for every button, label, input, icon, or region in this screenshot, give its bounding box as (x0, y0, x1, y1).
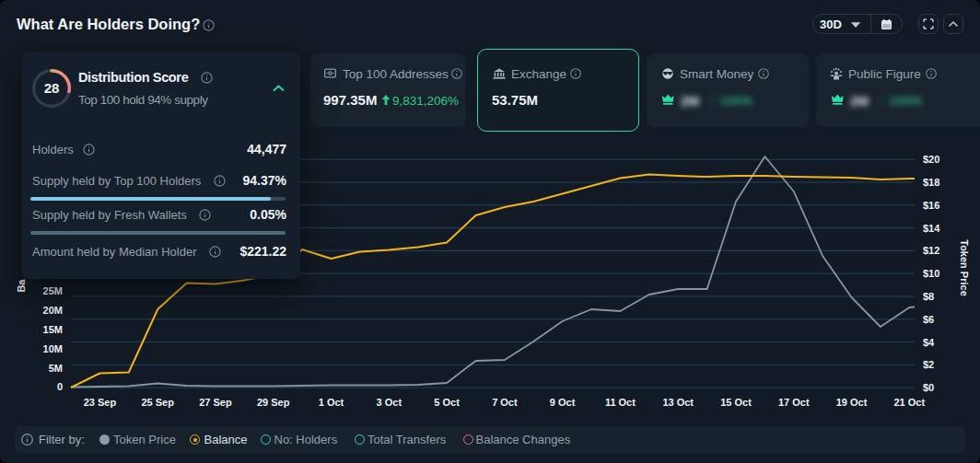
svg-text:1 Oct: 1 Oct (319, 397, 344, 408)
svg-text:$2: $2 (923, 359, 934, 370)
svg-text:$12: $12 (923, 245, 939, 256)
svg-text:$6: $6 (923, 314, 934, 325)
svg-text:21 Oct: 21 Oct (893, 397, 925, 408)
svg-text:5M: 5M (49, 363, 63, 374)
svg-text:23 Sep: 23 Sep (84, 397, 117, 408)
svg-text:0: 0 (57, 381, 63, 392)
svg-text:25 Sep: 25 Sep (141, 397, 174, 408)
svg-text:$4: $4 (923, 337, 935, 348)
svg-text:$20: $20 (923, 154, 939, 165)
svg-text:5 Oct: 5 Oct (434, 397, 460, 408)
svg-text:11 Oct: 11 Oct (605, 397, 636, 408)
svg-text:$8: $8 (923, 291, 934, 302)
svg-text:3 Oct: 3 Oct (377, 397, 402, 408)
svg-text:13 Oct: 13 Oct (662, 397, 694, 408)
svg-text:15M: 15M (43, 324, 63, 335)
svg-text:17 Oct: 17 Oct (778, 397, 810, 408)
svg-text:19 Oct: 19 Oct (836, 397, 868, 408)
svg-text:29 Sep: 29 Sep (257, 397, 290, 408)
svg-text:25M: 25M (43, 285, 63, 296)
svg-text:$18: $18 (923, 177, 939, 188)
svg-text:10M: 10M (43, 343, 63, 354)
svg-text:7 Oct: 7 Oct (492, 397, 518, 408)
svg-text:9 Oct: 9 Oct (550, 397, 576, 408)
svg-text:$0: $0 (923, 382, 934, 393)
svg-text:$16: $16 (923, 200, 939, 211)
svg-text:20M: 20M (43, 305, 63, 316)
svg-text:Token Price: Token Price (959, 239, 970, 296)
svg-text:27 Sep: 27 Sep (199, 397, 232, 408)
svg-text:15 Oct: 15 Oct (720, 397, 752, 408)
svg-text:$10: $10 (923, 268, 939, 279)
svg-text:$14: $14 (923, 223, 940, 234)
